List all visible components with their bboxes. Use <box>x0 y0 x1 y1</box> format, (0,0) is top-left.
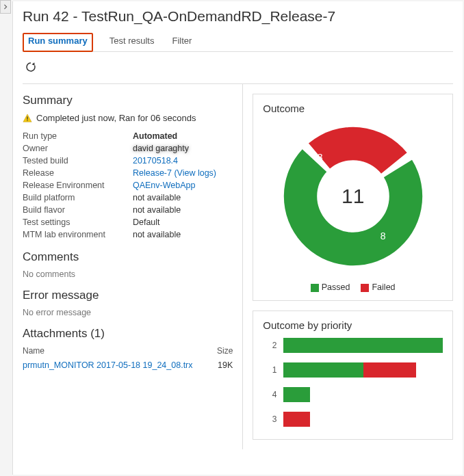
summary-fields: Run type Automated Owner david garaghty … <box>23 131 233 239</box>
outcome-title: Outcome <box>263 103 443 114</box>
field-value-build-flavor: not available <box>133 205 233 215</box>
refresh-icon <box>25 61 37 73</box>
attach-col-size: Size <box>217 346 233 356</box>
warning-icon <box>23 114 32 123</box>
panel-expand-toggle[interactable] <box>0 0 11 14</box>
tab-test-results[interactable]: Test results <box>108 33 156 51</box>
run-panel: Run 42 - TestRun_QA-OnDemandRD_Release-7… <box>12 1 463 475</box>
bar-category: 2 <box>263 341 276 350</box>
page-title: Run 42 - TestRun_QA-OnDemandRD_Release-7 <box>23 8 453 25</box>
legend-failed: Failed <box>372 282 395 292</box>
priority-bar-chart: 2143 <box>263 338 443 427</box>
status-text: Completed just now, Ran for 06 seconds <box>36 113 196 123</box>
field-label: Tested build <box>23 156 133 166</box>
outcome-priority-title: Outcome by priority <box>263 319 443 331</box>
refresh-button[interactable] <box>23 59 39 75</box>
outcome-legend: Passed Failed <box>263 282 443 292</box>
error-body: No error message <box>23 308 233 317</box>
tab-filter[interactable]: Filter <box>170 33 193 51</box>
attachment-row: prmutn_MONITOR 2017-05-18 19_24_08.trx 1… <box>23 359 233 371</box>
field-label: Release <box>23 168 133 178</box>
outcome-card: Outcome 11 3 8 Passed Failed <box>253 94 453 301</box>
comments-heading: Comments <box>23 250 233 264</box>
attachment-link[interactable]: prmutn_MONITOR 2017-05-18 19_24_08.trx <box>23 360 193 370</box>
field-label: Build flavor <box>23 205 133 215</box>
comments-body: No comments <box>23 269 233 279</box>
bar-segment-failed <box>283 412 310 427</box>
svg-rect-1 <box>27 120 27 120</box>
bar-segment-passed <box>283 338 443 353</box>
summary-heading: Summary <box>23 94 233 107</box>
attachment-size: 19K <box>218 360 233 370</box>
bar-category: 3 <box>263 414 276 424</box>
field-value-owner: david garaghty <box>133 144 233 153</box>
tabs: Run summary Test results Filter <box>23 33 453 52</box>
svg-rect-0 <box>27 116 27 119</box>
attach-col-name: Name <box>23 346 44 356</box>
donut-passed-label: 8 <box>381 230 386 241</box>
bar-category: 4 <box>263 390 276 399</box>
field-label: Build platform <box>23 193 133 202</box>
field-value-build-platform: not available <box>133 193 233 202</box>
field-value-test-settings: Default <box>133 217 233 227</box>
legend-passed: Passed <box>322 282 350 292</box>
bar-row: 1 <box>263 362 443 378</box>
bar-row: 2 <box>263 338 443 353</box>
field-label: Owner <box>23 144 133 153</box>
bar-segment-passed <box>283 387 310 402</box>
bar-row: 4 <box>263 387 443 402</box>
donut-failed-label: 3 <box>318 152 323 163</box>
field-value-mtm-lab: not available <box>133 230 233 239</box>
link-release-env[interactable]: QAEnv-WebApp <box>133 181 195 190</box>
field-label: MTM lab environment <box>23 230 133 239</box>
attachments-heading: Attachments (1) <box>23 327 233 341</box>
tab-run-summary[interactable]: Run summary <box>23 33 93 52</box>
bar-segment-failed <box>363 362 417 378</box>
field-label: Test settings <box>23 217 133 227</box>
error-heading: Error message <box>23 289 233 302</box>
link-release[interactable]: Release-7 (View logs) <box>133 168 216 178</box>
donut-total: 11 <box>322 166 384 227</box>
field-label: Release Environment <box>23 181 133 190</box>
outcome-donut-chart: 11 3 8 <box>278 121 428 272</box>
link-tested-build[interactable]: 20170518.4 <box>133 156 178 166</box>
field-value-run-type: Automated <box>133 131 233 141</box>
bar-segment-passed <box>283 362 363 378</box>
bar-row: 3 <box>263 412 443 427</box>
outcome-priority-card: Outcome by priority 2143 <box>253 310 453 440</box>
field-label: Run type <box>23 131 133 141</box>
bar-category: 1 <box>263 365 276 375</box>
status-row: Completed just now, Ran for 06 seconds <box>23 113 233 123</box>
